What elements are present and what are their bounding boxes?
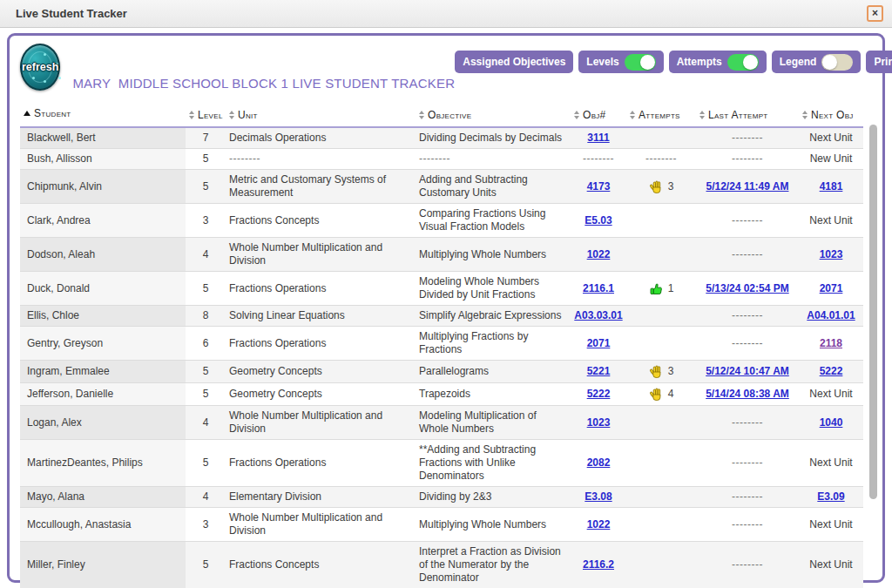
no-data-dashes: -------- bbox=[732, 416, 763, 429]
student-name-cell: Bush, Allisson bbox=[20, 149, 186, 170]
hand-icon bbox=[649, 364, 664, 379]
last-attempt-cell: -------- bbox=[696, 149, 799, 170]
next-obj-link[interactable]: E3.09 bbox=[817, 490, 844, 503]
print-study-guides-button[interactable]: Print Study Guides bbox=[866, 51, 892, 73]
objective-cell: Simplify Algebraic Expressions bbox=[416, 306, 571, 327]
column-header-last-attempt[interactable]: Last Attempt bbox=[696, 102, 799, 127]
levels-toggle-button[interactable]: Levels bbox=[578, 51, 663, 73]
obj-number-link[interactable]: 1022 bbox=[587, 248, 611, 260]
no-data-dashes: -------- bbox=[732, 309, 763, 321]
obj-number-link[interactable]: 1023 bbox=[587, 416, 611, 429]
obj-number-link[interactable]: 3111 bbox=[587, 132, 609, 144]
close-icon[interactable]: × bbox=[867, 5, 883, 22]
level-cell: 4 bbox=[186, 238, 226, 272]
objective-cell: Dividing by 2&3 bbox=[416, 487, 571, 508]
column-header-student[interactable]: Student bbox=[20, 102, 186, 127]
next-obj-link[interactable]: 5222 bbox=[820, 365, 843, 377]
obj-number-cell: 1022 bbox=[571, 508, 626, 542]
next-obj-link[interactable]: A04.01.01 bbox=[807, 309, 855, 321]
level-value: 5 bbox=[203, 282, 209, 294]
attempts-count: 3 bbox=[668, 365, 674, 378]
refresh-button[interactable]: refresh bbox=[20, 44, 60, 91]
obj-number-cell: E5.03 bbox=[571, 204, 626, 238]
objective-name: Parallelograms bbox=[419, 365, 489, 377]
last-attempt-link[interactable]: 5/12/24 10:47 AM bbox=[706, 365, 789, 377]
obj-number-link[interactable]: E5.03 bbox=[585, 214, 612, 226]
next-obj-link[interactable]: 2071 bbox=[820, 282, 843, 294]
print-study-guides-label: Print Study Guides bbox=[874, 56, 892, 68]
student-name: Chipmunk, Alvin bbox=[27, 180, 102, 193]
column-header-unit[interactable]: Unit bbox=[226, 102, 416, 127]
column-header-attempts[interactable]: Attempts bbox=[626, 102, 696, 127]
student-name: Blackwell, Bert bbox=[27, 132, 96, 144]
last-attempt-cell: 5/12/24 10:47 AM bbox=[696, 361, 799, 383]
obj-number-link[interactable]: 2071 bbox=[587, 337, 611, 349]
obj-number-link[interactable]: 5222 bbox=[587, 388, 611, 400]
level-value: 5 bbox=[203, 558, 209, 571]
attempts-cell bbox=[626, 327, 696, 361]
column-header-obj-num[interactable]: Obj# bbox=[571, 102, 626, 127]
next-obj-link[interactable]: 1023 bbox=[820, 248, 843, 260]
next-obj-link[interactable]: 2118 bbox=[820, 337, 842, 349]
assigned-objectives-label: Assigned Objectives bbox=[463, 56, 565, 68]
levels-toggle[interactable] bbox=[625, 54, 656, 71]
next-obj-link[interactable]: 4181 bbox=[820, 180, 843, 193]
assigned-objectives-button[interactable]: Assigned Objectives bbox=[455, 51, 573, 73]
hand-icon bbox=[649, 179, 664, 194]
last-attempt-link[interactable]: 5/12/24 11:49 AM bbox=[706, 180, 789, 193]
table-row: Mayo, Alana4Elementary DivisionDividing … bbox=[20, 487, 863, 508]
obj-number-link[interactable]: 1022 bbox=[587, 518, 611, 531]
student-name: Logan, Alex bbox=[27, 416, 82, 429]
toggle-knob bbox=[743, 55, 758, 70]
obj-number-cell: A03.03.01 bbox=[571, 306, 626, 327]
attempts-toggle[interactable] bbox=[727, 54, 759, 71]
level-cell: 5 bbox=[186, 383, 226, 406]
table-row: Dodson, Aleah4Whole Number Multiplicatio… bbox=[20, 238, 863, 272]
student-name-cell: Chipmunk, Alvin bbox=[20, 170, 186, 204]
column-header-next-obj[interactable]: Next Obj bbox=[799, 102, 863, 127]
next-obj-cell: 1040 bbox=[799, 406, 863, 440]
thumbs-up-icon bbox=[649, 281, 664, 296]
objective-name: Dividing Decimals by Decimals bbox=[419, 132, 562, 144]
level-value: 4 bbox=[203, 490, 209, 503]
student-name-cell: Mccullough, Anastasia bbox=[20, 508, 186, 542]
objective-cell: Multiplying Fractions by Fractions bbox=[416, 327, 571, 361]
column-header-objective[interactable]: Objective bbox=[416, 102, 571, 127]
level-cell: 5 bbox=[186, 149, 226, 170]
unit-name: Whole Number Multiplication and Division bbox=[229, 241, 382, 267]
obj-number-link[interactable]: 2082 bbox=[587, 456, 611, 469]
student-name-cell: Blackwell, Bert bbox=[20, 127, 186, 149]
window-title: Live Student Tracker bbox=[16, 7, 127, 20]
obj-number-link[interactable]: 4173 bbox=[587, 180, 611, 193]
level-cell: 4 bbox=[186, 487, 226, 508]
student-name: Mayo, Alana bbox=[27, 490, 84, 503]
obj-number-link[interactable]: E3.08 bbox=[585, 490, 612, 503]
student-name-cell: Ingram, Emmalee bbox=[20, 361, 186, 383]
next-obj-link[interactable]: 1040 bbox=[820, 416, 843, 429]
student-name: Miller, Finley bbox=[27, 558, 85, 571]
obj-number-link[interactable]: 5221 bbox=[587, 365, 611, 377]
next-obj-text: Next Unit bbox=[809, 132, 852, 144]
legend-toggle-button[interactable]: Legend bbox=[772, 51, 862, 73]
next-obj-cell: Next Unit bbox=[799, 542, 863, 588]
last-attempt-link[interactable]: 5/13/24 02:54 PM bbox=[706, 282, 788, 294]
legend-toggle[interactable] bbox=[821, 54, 853, 71]
objective-name: Dividing by 2&3 bbox=[419, 490, 491, 503]
obj-number-cell: -------- bbox=[571, 149, 626, 170]
attempts-cell bbox=[626, 306, 696, 327]
last-attempt-cell: 5/14/24 08:38 AM bbox=[696, 383, 799, 406]
obj-number-link[interactable]: 2116.1 bbox=[583, 282, 614, 294]
unit-cell: Geometry Concepts bbox=[226, 361, 416, 383]
obj-number-link[interactable]: A03.03.01 bbox=[574, 309, 622, 321]
table-row: Gentry, Greyson6Fractions OperationsMult… bbox=[20, 327, 863, 361]
obj-number-link[interactable]: 2116.2 bbox=[583, 558, 614, 571]
unit-name: Fractions Operations bbox=[229, 282, 326, 294]
table-row: Duck, Donald5Fractions OperationsModelin… bbox=[20, 272, 863, 306]
unit-cell: Geometry Concepts bbox=[226, 383, 416, 406]
attempts-toggle-button[interactable]: Attempts bbox=[669, 51, 767, 73]
vertical-scrollbar-thumb[interactable] bbox=[869, 125, 877, 499]
table-row: Miller, Finley5Fractions ConceptsInterpr… bbox=[20, 542, 863, 588]
objective-cell: Adding and Subtracting Customary Units bbox=[416, 170, 571, 204]
column-header-level[interactable]: Level bbox=[186, 102, 226, 127]
last-attempt-link[interactable]: 5/14/24 08:38 AM bbox=[706, 388, 789, 400]
